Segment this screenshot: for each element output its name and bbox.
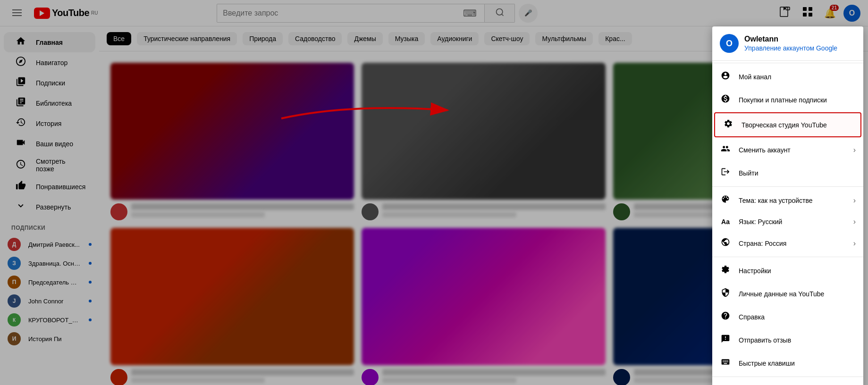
dropdown-footer-safe-mode[interactable]: Безопасный режим: откл. › bbox=[712, 379, 863, 385]
dropdown-item-country[interactable]: Страна: Россия › bbox=[712, 232, 863, 255]
shortcuts-label: Быстрые клавиши bbox=[739, 360, 856, 367]
dropdown-item-studio[interactable]: Творческая студия YouTube bbox=[714, 112, 861, 137]
dropdown-avatar: O bbox=[720, 34, 739, 53]
studio-label: Творческая студия YouTube bbox=[742, 121, 853, 129]
privacy-icon bbox=[720, 288, 731, 300]
dropdown-item-my-channel[interactable]: Мой канал bbox=[712, 65, 863, 88]
shortcuts-icon bbox=[720, 357, 731, 369]
feedback-icon bbox=[720, 334, 731, 346]
divider-3 bbox=[712, 257, 863, 257]
settings-icon bbox=[720, 265, 731, 276]
dropdown-item-privacy[interactable]: Личные данные на YouTube bbox=[712, 282, 863, 305]
dropdown-username: Owletann bbox=[744, 35, 837, 43]
logout-label: Выйти bbox=[739, 169, 856, 177]
dropdown-item-settings[interactable]: Настройки bbox=[712, 259, 863, 282]
divider-1 bbox=[712, 63, 863, 63]
divider-2 bbox=[712, 186, 863, 187]
settings-label: Настройки bbox=[739, 267, 856, 275]
my-channel-label: Мой канал bbox=[739, 73, 856, 81]
country-label: Страна: Россия bbox=[739, 240, 846, 247]
country-arrow: › bbox=[853, 239, 856, 248]
language-arrow: › bbox=[853, 218, 856, 226]
studio-item-wrapper: Творческая студия YouTube bbox=[714, 112, 861, 137]
dropdown-header: O Owletann Управление аккаунтом Google bbox=[712, 26, 863, 61]
dropdown-item-shortcuts[interactable]: Быстрые клавиши bbox=[712, 352, 863, 375]
dropdown-menu: O Owletann Управление аккаунтом Google М… bbox=[712, 26, 863, 385]
feedback-label: Отправить отзыв bbox=[739, 336, 856, 344]
studio-icon bbox=[723, 119, 734, 131]
logout-icon bbox=[720, 167, 731, 179]
manage-google-account-link[interactable]: Управление аккаунтом Google bbox=[744, 44, 837, 52]
switch-account-icon bbox=[720, 144, 731, 156]
language-label: Язык: Русский bbox=[739, 218, 846, 226]
dropdown-user-info: Owletann Управление аккаунтом Google bbox=[744, 35, 837, 52]
dropdown-item-feedback[interactable]: Отправить отзыв bbox=[712, 328, 863, 352]
switch-account-arrow: › bbox=[853, 146, 856, 154]
help-label: Справка bbox=[739, 313, 856, 321]
dropdown-item-theme[interactable]: Тема: как на устройстве › bbox=[712, 189, 863, 212]
switch-account-label: Сменить аккаунт bbox=[739, 146, 846, 154]
theme-arrow: › bbox=[853, 196, 856, 205]
dropdown-item-logout[interactable]: Выйти bbox=[712, 161, 863, 184]
dropdown-item-purchases[interactable]: Покупки и платные подписки bbox=[712, 88, 863, 111]
language-icon: Аа bbox=[720, 218, 731, 226]
help-icon bbox=[720, 311, 731, 323]
privacy-label: Личные данные на YouTube bbox=[739, 290, 856, 298]
country-icon bbox=[720, 237, 731, 249]
dropdown-item-help[interactable]: Справка bbox=[712, 305, 863, 328]
dropdown-item-language[interactable]: Аа Язык: Русский › bbox=[712, 212, 863, 232]
my-channel-icon bbox=[720, 71, 731, 83]
divider-4 bbox=[712, 377, 863, 377]
dropdown-item-switch-account[interactable]: Сменить аккаунт › bbox=[712, 138, 863, 161]
purchases-icon bbox=[720, 94, 731, 106]
theme-label: Тема: как на устройстве bbox=[739, 197, 846, 204]
theme-icon bbox=[720, 194, 731, 206]
purchases-label: Покупки и платные подписки bbox=[739, 96, 856, 104]
